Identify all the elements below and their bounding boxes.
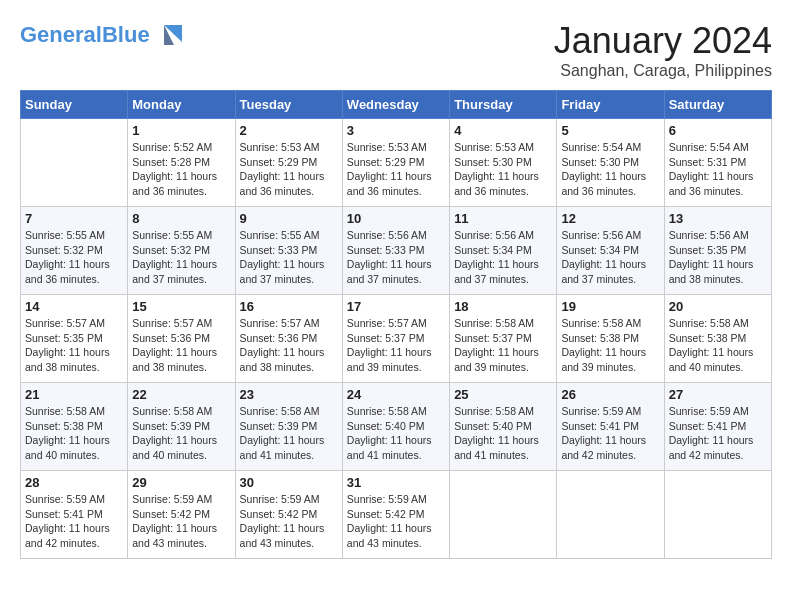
day-number: 21 [25,387,123,402]
day-number: 7 [25,211,123,226]
logo-icon [154,20,184,50]
day-number: 27 [669,387,767,402]
day-number: 22 [132,387,230,402]
day-number: 5 [561,123,659,138]
day-number: 28 [25,475,123,490]
day-number: 1 [132,123,230,138]
column-header-tuesday: Tuesday [235,91,342,119]
day-info: Sunrise: 5:58 AMSunset: 5:40 PMDaylight:… [347,404,445,463]
calendar-cell: 7Sunrise: 5:55 AMSunset: 5:32 PMDaylight… [21,207,128,295]
day-number: 25 [454,387,552,402]
location-subtitle: Sanghan, Caraga, Philippines [554,62,772,80]
day-number: 30 [240,475,338,490]
day-number: 16 [240,299,338,314]
day-info: Sunrise: 5:58 AMSunset: 5:40 PMDaylight:… [454,404,552,463]
day-number: 17 [347,299,445,314]
day-info: Sunrise: 5:53 AMSunset: 5:29 PMDaylight:… [347,140,445,199]
day-info: Sunrise: 5:53 AMSunset: 5:29 PMDaylight:… [240,140,338,199]
calendar-week-row: 28Sunrise: 5:59 AMSunset: 5:41 PMDayligh… [21,471,772,559]
calendar-cell: 15Sunrise: 5:57 AMSunset: 5:36 PMDayligh… [128,295,235,383]
calendar-week-row: 1Sunrise: 5:52 AMSunset: 5:28 PMDaylight… [21,119,772,207]
day-info: Sunrise: 5:59 AMSunset: 5:41 PMDaylight:… [25,492,123,551]
day-info: Sunrise: 5:59 AMSunset: 5:41 PMDaylight:… [669,404,767,463]
day-number: 29 [132,475,230,490]
day-info: Sunrise: 5:59 AMSunset: 5:42 PMDaylight:… [240,492,338,551]
day-info: Sunrise: 5:58 AMSunset: 5:39 PMDaylight:… [132,404,230,463]
day-number: 19 [561,299,659,314]
day-info: Sunrise: 5:55 AMSunset: 5:32 PMDaylight:… [132,228,230,287]
calendar-cell: 8Sunrise: 5:55 AMSunset: 5:32 PMDaylight… [128,207,235,295]
column-header-wednesday: Wednesday [342,91,449,119]
day-number: 10 [347,211,445,226]
day-info: Sunrise: 5:59 AMSunset: 5:42 PMDaylight:… [347,492,445,551]
day-info: Sunrise: 5:54 AMSunset: 5:30 PMDaylight:… [561,140,659,199]
calendar-cell: 25Sunrise: 5:58 AMSunset: 5:40 PMDayligh… [450,383,557,471]
calendar-cell: 17Sunrise: 5:57 AMSunset: 5:37 PMDayligh… [342,295,449,383]
calendar-cell: 10Sunrise: 5:56 AMSunset: 5:33 PMDayligh… [342,207,449,295]
column-header-monday: Monday [128,91,235,119]
day-info: Sunrise: 5:59 AMSunset: 5:42 PMDaylight:… [132,492,230,551]
calendar-cell: 4Sunrise: 5:53 AMSunset: 5:30 PMDaylight… [450,119,557,207]
calendar-cell: 16Sunrise: 5:57 AMSunset: 5:36 PMDayligh… [235,295,342,383]
calendar-cell: 14Sunrise: 5:57 AMSunset: 5:35 PMDayligh… [21,295,128,383]
calendar-cell [557,471,664,559]
calendar-cell [664,471,771,559]
day-number: 3 [347,123,445,138]
day-number: 8 [132,211,230,226]
column-header-sunday: Sunday [21,91,128,119]
month-title: January 2024 [554,20,772,62]
calendar-cell: 24Sunrise: 5:58 AMSunset: 5:40 PMDayligh… [342,383,449,471]
calendar-cell: 19Sunrise: 5:58 AMSunset: 5:38 PMDayligh… [557,295,664,383]
calendar-cell: 5Sunrise: 5:54 AMSunset: 5:30 PMDaylight… [557,119,664,207]
day-info: Sunrise: 5:57 AMSunset: 5:36 PMDaylight:… [240,316,338,375]
title-block: January 2024 Sanghan, Caraga, Philippine… [554,20,772,80]
day-number: 14 [25,299,123,314]
calendar-table: SundayMondayTuesdayWednesdayThursdayFrid… [20,90,772,559]
day-info: Sunrise: 5:56 AMSunset: 5:35 PMDaylight:… [669,228,767,287]
logo: GeneralBlue [20,20,184,50]
calendar-cell: 21Sunrise: 5:58 AMSunset: 5:38 PMDayligh… [21,383,128,471]
day-info: Sunrise: 5:54 AMSunset: 5:31 PMDaylight:… [669,140,767,199]
day-info: Sunrise: 5:56 AMSunset: 5:34 PMDaylight:… [561,228,659,287]
calendar-cell: 12Sunrise: 5:56 AMSunset: 5:34 PMDayligh… [557,207,664,295]
day-info: Sunrise: 5:53 AMSunset: 5:30 PMDaylight:… [454,140,552,199]
calendar-cell: 3Sunrise: 5:53 AMSunset: 5:29 PMDaylight… [342,119,449,207]
column-header-thursday: Thursday [450,91,557,119]
calendar-cell: 23Sunrise: 5:58 AMSunset: 5:39 PMDayligh… [235,383,342,471]
calendar-week-row: 7Sunrise: 5:55 AMSunset: 5:32 PMDaylight… [21,207,772,295]
calendar-cell: 22Sunrise: 5:58 AMSunset: 5:39 PMDayligh… [128,383,235,471]
calendar-cell: 9Sunrise: 5:55 AMSunset: 5:33 PMDaylight… [235,207,342,295]
calendar-cell [450,471,557,559]
day-number: 11 [454,211,552,226]
day-number: 12 [561,211,659,226]
day-info: Sunrise: 5:58 AMSunset: 5:38 PMDaylight:… [669,316,767,375]
calendar-cell: 1Sunrise: 5:52 AMSunset: 5:28 PMDaylight… [128,119,235,207]
calendar-cell: 11Sunrise: 5:56 AMSunset: 5:34 PMDayligh… [450,207,557,295]
calendar-cell [21,119,128,207]
calendar-cell: 29Sunrise: 5:59 AMSunset: 5:42 PMDayligh… [128,471,235,559]
day-info: Sunrise: 5:57 AMSunset: 5:35 PMDaylight:… [25,316,123,375]
calendar-cell: 2Sunrise: 5:53 AMSunset: 5:29 PMDaylight… [235,119,342,207]
day-number: 2 [240,123,338,138]
day-number: 26 [561,387,659,402]
day-number: 4 [454,123,552,138]
calendar-cell: 18Sunrise: 5:58 AMSunset: 5:37 PMDayligh… [450,295,557,383]
day-info: Sunrise: 5:55 AMSunset: 5:32 PMDaylight:… [25,228,123,287]
day-info: Sunrise: 5:58 AMSunset: 5:38 PMDaylight:… [561,316,659,375]
calendar-cell: 6Sunrise: 5:54 AMSunset: 5:31 PMDaylight… [664,119,771,207]
column-header-friday: Friday [557,91,664,119]
calendar-cell: 30Sunrise: 5:59 AMSunset: 5:42 PMDayligh… [235,471,342,559]
day-info: Sunrise: 5:55 AMSunset: 5:33 PMDaylight:… [240,228,338,287]
day-info: Sunrise: 5:56 AMSunset: 5:33 PMDaylight:… [347,228,445,287]
calendar-cell: 13Sunrise: 5:56 AMSunset: 5:35 PMDayligh… [664,207,771,295]
day-info: Sunrise: 5:52 AMSunset: 5:28 PMDaylight:… [132,140,230,199]
day-number: 9 [240,211,338,226]
day-number: 15 [132,299,230,314]
calendar-header-row: SundayMondayTuesdayWednesdayThursdayFrid… [21,91,772,119]
column-header-saturday: Saturday [664,91,771,119]
day-info: Sunrise: 5:56 AMSunset: 5:34 PMDaylight:… [454,228,552,287]
logo-text: GeneralBlue [20,23,150,47]
day-info: Sunrise: 5:59 AMSunset: 5:41 PMDaylight:… [561,404,659,463]
day-info: Sunrise: 5:57 AMSunset: 5:37 PMDaylight:… [347,316,445,375]
calendar-week-row: 14Sunrise: 5:57 AMSunset: 5:35 PMDayligh… [21,295,772,383]
